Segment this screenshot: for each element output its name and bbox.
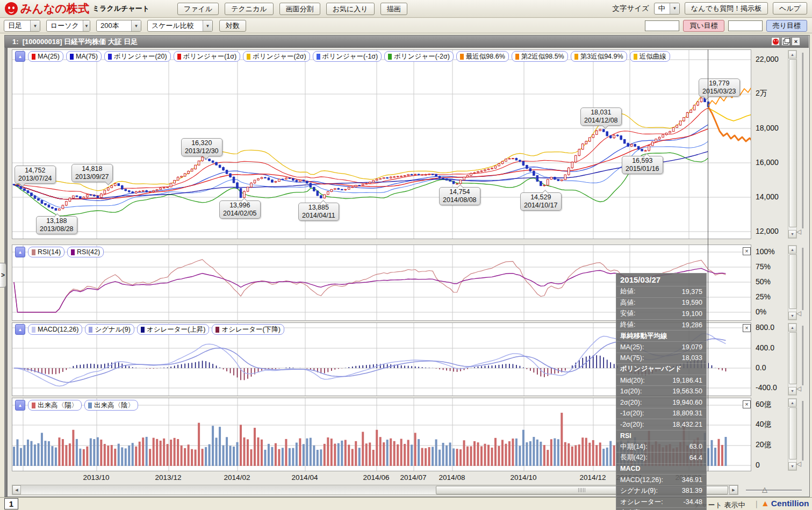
price-indicator-button[interactable]: 第2近似98.5% bbox=[512, 51, 568, 62]
window-close-button[interactable]: × bbox=[792, 37, 800, 46]
price-indicator-button[interactable]: MA(25) bbox=[28, 51, 63, 62]
menu-button-3[interactable]: 画面分割 bbox=[279, 3, 320, 15]
macd-indicator-button[interactable]: シグナル(9) bbox=[85, 324, 134, 335]
scroll-down-arrow-icon[interactable]: ▼ bbox=[788, 230, 796, 238]
panel-scale-slider-thumb-icon[interactable]: ◁ bbox=[796, 461, 801, 467]
annotation-date: 2014/04/11 bbox=[302, 212, 335, 220]
timeframe-select[interactable]: 日足▼ bbox=[4, 20, 40, 32]
panel-scale-slider-track[interactable] bbox=[802, 248, 803, 310]
window-mascot-button[interactable] bbox=[771, 37, 780, 46]
rsi-panel-close-button[interactable]: × bbox=[743, 247, 751, 255]
chevron-down-icon[interactable]: ▼ bbox=[203, 20, 212, 31]
vertical-scrollbar[interactable]: ▲▼ bbox=[788, 323, 797, 396]
rsi-indicator-button[interactable]: RSI(14) bbox=[28, 247, 64, 257]
chart-type-select[interactable]: ローソク▼ bbox=[46, 20, 90, 32]
menu-button-5[interactable]: 描画 bbox=[380, 3, 407, 15]
tooltip-value: 18,033 bbox=[682, 354, 702, 362]
panel-scale-slider-thumb-icon[interactable]: ◁ bbox=[796, 385, 801, 392]
vol-panel-close-button[interactable]: × bbox=[743, 400, 751, 408]
tooltip-value: 19,590 bbox=[682, 299, 702, 306]
macd-indicator-button[interactable]: オシレーター(上昇) bbox=[137, 324, 210, 335]
qa-board-button[interactable]: なんでも質問！掲示板 bbox=[685, 2, 768, 15]
tooltip-label: Mid(20): bbox=[620, 377, 645, 384]
macd-panel-close-button[interactable]: × bbox=[743, 324, 751, 332]
scroll-right-arrow-icon[interactable]: ▶ bbox=[729, 485, 738, 494]
price-indicator-button[interactable]: ボリンジャー(-1σ) bbox=[313, 51, 382, 62]
vertical-scroll-thumb[interactable] bbox=[789, 332, 797, 384]
tooltip-value: 381.39 bbox=[682, 487, 702, 494]
color-swatch-icon bbox=[141, 327, 145, 333]
vertical-scrollbar[interactable]: ▲▼ bbox=[788, 50, 797, 239]
annotation-date: 2015/01/16 bbox=[626, 165, 659, 173]
scale-compare-select[interactable]: スケール比較▼ bbox=[147, 20, 213, 32]
buy-target-button[interactable]: 買い目標 bbox=[683, 20, 724, 32]
chevron-down-icon[interactable]: ▼ bbox=[30, 20, 40, 31]
tooltip-label: 始値: bbox=[620, 287, 635, 296]
chevron-down-icon[interactable]: ▼ bbox=[131, 20, 141, 31]
price-indicator-button[interactable]: MA(75) bbox=[66, 51, 102, 62]
price-indicator-button[interactable]: 第3近似94.9% bbox=[571, 51, 627, 62]
zoom-slider-thumb-icon[interactable]: △ bbox=[762, 485, 767, 493]
panel-scale-slider-thumb-icon[interactable]: ◁ bbox=[796, 310, 801, 317]
scroll-down-arrow-icon[interactable]: ▼ bbox=[788, 387, 796, 395]
menu-button-1[interactable]: ファイル bbox=[177, 3, 219, 15]
price-indicator-button[interactable]: ボリンジャー(20) bbox=[104, 51, 171, 62]
scroll-down-arrow-icon[interactable]: ▼ bbox=[788, 462, 796, 470]
menu-button-4[interactable]: お気に入り bbox=[326, 3, 375, 15]
annotation-value: 14,754 bbox=[443, 188, 477, 196]
panel-scale-slider-thumb-icon[interactable]: ◁ bbox=[796, 228, 801, 235]
panel-scale-slider-track[interactable] bbox=[802, 326, 803, 385]
sell-target-input[interactable] bbox=[728, 20, 763, 31]
price-indicator-button[interactable]: 最近似98.6% bbox=[456, 51, 509, 62]
volume-collapse-button[interactable]: ▲ bbox=[15, 400, 25, 411]
volume-indicator-button[interactable]: 出来高〈陽〉 bbox=[28, 400, 82, 411]
main-chart-canvas bbox=[12, 50, 751, 239]
panel-scale-slider-track[interactable] bbox=[802, 401, 803, 461]
chart-tab-1[interactable]: 1 bbox=[4, 498, 18, 509]
scroll-up-arrow-icon[interactable]: ▲ bbox=[788, 51, 796, 59]
price-collapse-button[interactable]: ▲ bbox=[15, 51, 25, 62]
price-annotation: 16,5932015/01/16 bbox=[622, 156, 663, 174]
scroll-up-arrow-icon[interactable]: ▲ bbox=[788, 324, 796, 332]
macd-indicator-button[interactable]: MACD(12,26) bbox=[28, 324, 82, 335]
panel-scale-slider-track[interactable] bbox=[802, 53, 803, 228]
rsi-indicator-button[interactable]: RSI(42) bbox=[67, 247, 104, 257]
vertical-scroll-thumb[interactable] bbox=[789, 59, 797, 227]
scroll-left-arrow-icon[interactable]: ◀ bbox=[12, 485, 21, 494]
scroll-up-arrow-icon[interactable]: ▲ bbox=[788, 246, 796, 254]
chevron-down-icon[interactable]: ▼ bbox=[670, 3, 679, 14]
vertical-scroll-thumb[interactable] bbox=[789, 254, 797, 309]
zoom-slider-track[interactable] bbox=[746, 490, 802, 491]
vertical-scrollbar[interactable]: ▲▼ bbox=[788, 245, 797, 320]
price-indicator-button[interactable]: ボリンジャー(2σ) bbox=[243, 51, 310, 62]
log-scale-button[interactable]: 対数 bbox=[219, 20, 246, 32]
chevron-down-icon[interactable]: ▼ bbox=[83, 20, 90, 31]
tooltip-row: MACD(12,26):346.91 bbox=[616, 474, 706, 485]
help-button[interactable]: ヘルプ bbox=[773, 2, 807, 15]
window-restore-button[interactable] bbox=[781, 37, 790, 46]
buy-target-input[interactable] bbox=[645, 20, 679, 31]
side-panel-expand-handle[interactable]: > bbox=[0, 263, 6, 288]
tooltip-label: 長期(42): bbox=[620, 453, 648, 462]
font-size-select[interactable]: 中 ▼ bbox=[654, 3, 680, 15]
macd-collapse-button[interactable]: ▲ bbox=[15, 324, 25, 335]
brand-subtitle: ミラクルチャート bbox=[92, 4, 149, 13]
price-indicator-button[interactable]: 近似曲線 bbox=[630, 51, 670, 62]
scroll-up-arrow-icon[interactable]: ▲ bbox=[788, 399, 796, 407]
bar-count-select[interactable]: 200本▼ bbox=[96, 20, 141, 32]
vertical-scrollbar[interactable]: ▲▼ bbox=[788, 398, 797, 471]
price-chart-panel[interactable] bbox=[12, 49, 751, 239]
scroll-down-arrow-icon[interactable]: ▼ bbox=[788, 312, 796, 320]
rsi-collapse-button[interactable]: ▲ bbox=[15, 247, 25, 257]
volume-indicator-button[interactable]: 出来高〈陰〉 bbox=[84, 400, 138, 411]
price-indicator-button[interactable]: ボリンジャー(1σ) bbox=[174, 51, 240, 62]
price-indicator-button[interactable]: ボリンジャー(-2σ) bbox=[384, 51, 454, 62]
menu-button-2[interactable]: テクニカル bbox=[225, 3, 274, 15]
annotation-date: 2013/09/27 bbox=[75, 173, 109, 181]
vertical-scroll-thumb[interactable] bbox=[789, 407, 797, 459]
tooltip-row: 出来高:2,568,188,148 bbox=[616, 507, 706, 510]
sell-target-button[interactable]: 売り目標 bbox=[766, 20, 807, 32]
y-axis-tick-label: 100% bbox=[756, 247, 775, 256]
y-axis-tick-label: 22,000 bbox=[756, 55, 779, 63]
macd-indicator-button[interactable]: オシレーター(下降) bbox=[212, 324, 284, 335]
